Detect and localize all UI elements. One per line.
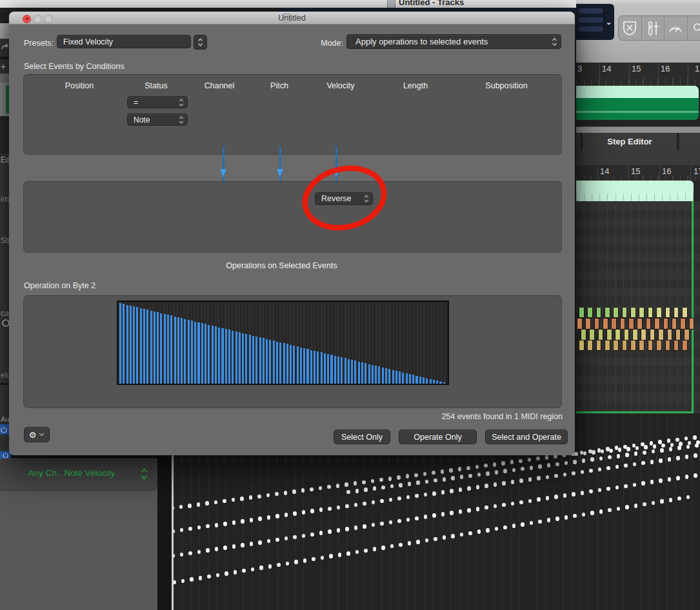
- step-velocity-bar[interactable]: [637, 318, 643, 330]
- velocity-dot[interactable]: [425, 480, 429, 484]
- velocity-dot[interactable]: [546, 496, 550, 500]
- velocity-dot[interactable]: [188, 551, 192, 556]
- velocity-dot[interactable]: [458, 467, 462, 471]
- velocity-dot[interactable]: [250, 542, 254, 546]
- velocity-dot[interactable]: [599, 509, 603, 514]
- step-velocity-bar[interactable]: [613, 340, 619, 351]
- velocity-dot[interactable]: [205, 501, 209, 506]
- velocity-dot[interactable]: [336, 484, 340, 488]
- velocity-dot[interactable]: [625, 505, 629, 509]
- velocity-dot[interactable]: [615, 465, 619, 469]
- velocity-dot[interactable]: [467, 508, 471, 513]
- velocity-dot[interactable]: [475, 465, 479, 469]
- velocity-dot[interactable]: [677, 497, 681, 501]
- step-velocity-bar[interactable]: [654, 318, 660, 330]
- velocity-dot[interactable]: [215, 547, 219, 551]
- step-velocity-bar[interactable]: [579, 340, 585, 351]
- velocity-dot[interactable]: [373, 486, 377, 491]
- velocity-dot[interactable]: [634, 504, 638, 508]
- step-velocity-bar[interactable]: [639, 340, 645, 351]
- step-velocity-bar[interactable]: [680, 318, 686, 330]
- velocity-dot[interactable]: [234, 570, 237, 575]
- velocity-dot[interactable]: [441, 490, 445, 495]
- velocity-dot[interactable]: [223, 522, 227, 526]
- step-velocity-bar[interactable]: [650, 329, 655, 340]
- step-velocity-bar[interactable]: [646, 318, 652, 330]
- velocity-dot[interactable]: [337, 528, 341, 533]
- velocity-dot[interactable]: [643, 502, 646, 507]
- step-velocity-bar[interactable]: [594, 318, 600, 330]
- velocity-dot[interactable]: [460, 475, 464, 479]
- velocity-dot[interactable]: [441, 512, 445, 517]
- velocity-dot[interactable]: [286, 562, 290, 566]
- velocity-dot[interactable]: [346, 551, 350, 556]
- velocity-dot[interactable]: [363, 524, 366, 529]
- velocity-dot[interactable]: [512, 524, 516, 528]
- velocity-dot[interactable]: [225, 571, 228, 576]
- velocity-dot[interactable]: [590, 511, 594, 515]
- velocity-dot[interactable]: [459, 509, 463, 514]
- velocity-dot[interactable]: [468, 474, 472, 478]
- velocity-dot[interactable]: [519, 478, 523, 483]
- velocity-dot[interactable]: [626, 447, 630, 451]
- velocity-ramp-display[interactable]: [117, 300, 449, 385]
- meter-button[interactable]: [665, 16, 688, 40]
- tab-step-editor[interactable]: Step Editor: [583, 133, 677, 150]
- velocity-dot[interactable]: [432, 471, 435, 475]
- velocity-dot[interactable]: [355, 489, 359, 493]
- velocity-dot[interactable]: [293, 535, 297, 540]
- velocity-dot[interactable]: [425, 538, 429, 543]
- velocity-dot[interactable]: [223, 499, 226, 504]
- velocity-dot[interactable]: [581, 491, 585, 495]
- velocity-dot[interactable]: [669, 498, 673, 502]
- velocity-dot[interactable]: [258, 517, 262, 521]
- velocity-dot[interactable]: [686, 445, 690, 449]
- step-velocity-bar[interactable]: [613, 307, 619, 318]
- velocity-dot[interactable]: [380, 522, 384, 526]
- velocity-dot[interactable]: [371, 479, 375, 484]
- velocity-dot[interactable]: [641, 481, 645, 486]
- velocity-dot[interactable]: [327, 485, 331, 489]
- velocity-dot[interactable]: [661, 444, 665, 448]
- velocity-dot[interactable]: [381, 486, 385, 490]
- velocity-dot[interactable]: [423, 472, 427, 477]
- step-velocity-bar[interactable]: [620, 318, 626, 330]
- velocity-dot[interactable]: [660, 499, 664, 504]
- velocity-dot[interactable]: [669, 447, 673, 451]
- velocity-dot[interactable]: [679, 442, 683, 446]
- velocity-dot[interactable]: [379, 478, 383, 482]
- velocity-dot[interactable]: [321, 556, 325, 560]
- velocity-dot[interactable]: [214, 500, 218, 505]
- velocity-dot[interactable]: [494, 482, 497, 487]
- velocity-dot[interactable]: [389, 520, 393, 525]
- velocity-dot[interactable]: [390, 544, 394, 549]
- tab-fragment[interactable]: [679, 133, 700, 150]
- velocity-dot[interactable]: [406, 518, 410, 522]
- presets-stepper[interactable]: [194, 35, 207, 50]
- velocity-dot[interactable]: [216, 573, 220, 578]
- velocity-dot[interactable]: [424, 515, 428, 519]
- velocity-dot[interactable]: [267, 515, 271, 520]
- velocity-dot[interactable]: [372, 523, 375, 527]
- velocity-dot[interactable]: [538, 464, 542, 469]
- velocity-dot[interactable]: [606, 466, 610, 471]
- velocity-dot[interactable]: [635, 446, 639, 451]
- velocity-dot[interactable]: [188, 527, 192, 531]
- velocity-dot[interactable]: [406, 495, 410, 500]
- velocity-dot[interactable]: [275, 514, 279, 518]
- step-velocity-bar[interactable]: [672, 318, 677, 330]
- velocity-dot[interactable]: [302, 534, 306, 538]
- step-velocity-bar[interactable]: [598, 329, 604, 340]
- timeline-ruler[interactable]: 314151617: [576, 63, 700, 86]
- velocity-dot[interactable]: [451, 534, 455, 538]
- velocity-dot[interactable]: [668, 477, 672, 482]
- step-velocity-bar[interactable]: [615, 329, 621, 340]
- velocity-dot[interactable]: [565, 515, 568, 520]
- velocity-dot[interactable]: [443, 477, 446, 482]
- velocity-dot[interactable]: [397, 519, 401, 524]
- velocity-dot[interactable]: [554, 495, 558, 499]
- velocity-dot[interactable]: [563, 493, 567, 498]
- velocity-dot[interactable]: [364, 549, 368, 553]
- velocity-dot[interactable]: [364, 487, 368, 492]
- velocity-dot[interactable]: [223, 546, 227, 550]
